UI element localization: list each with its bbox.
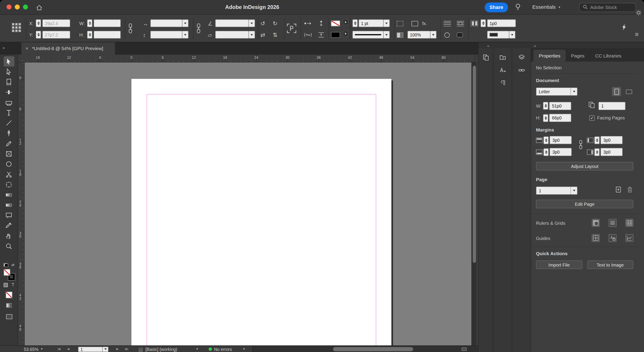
reference-point-grid[interactable] [12,23,21,32]
page-tool[interactable] [4,77,14,87]
scale-y-field[interactable] [150,31,182,39]
shear-dropdown-button[interactable] [249,31,255,39]
pen-tool[interactable] [4,128,14,138]
effects-icon[interactable] [412,19,418,28]
formatting-affects-text-icon[interactable]: T [12,283,14,287]
rotate-ccw-icon[interactable]: ↺ [260,19,265,28]
vertical-ruler[interactable]: 0612182430364248 [18,62,24,346]
margin-inside-field[interactable]: 3p0 [600,136,622,144]
page-number-select[interactable]: 1 [536,186,578,194]
preflight-profile[interactable]: [Basic] (working) [145,346,177,351]
doc-height-stepper[interactable] [543,114,548,122]
smart-guides-icon[interactable] [626,234,633,242]
next-page-button[interactable]: ▶ [116,347,118,351]
add-page-icon[interactable] [615,186,622,195]
shear-angle-field[interactable] [215,31,249,39]
document-grid-icon[interactable] [626,219,633,227]
scale-x-dropdown-button[interactable] [182,19,189,27]
y-stepper[interactable] [36,31,41,39]
doc-height-field[interactable]: 66p0 [549,114,571,122]
gradient-feather-tool[interactable] [4,200,14,210]
delete-page-trash-icon[interactable] [626,186,633,195]
status-page-dropdown-button[interactable] [103,346,108,352]
preflight-menu-icon[interactable] [139,348,143,352]
stroke-style-dropdown-button[interactable] [384,31,390,39]
width-stepper[interactable] [87,19,92,27]
share-button[interactable]: Share [484,2,508,12]
horizontal-scrollbar-thumb[interactable] [333,347,413,351]
orientation-portrait-button[interactable] [612,87,621,96]
text-wrap-shape-icon[interactable] [444,31,450,39]
opacity-dropdown-button[interactable] [430,31,437,39]
line-tool[interactable] [4,118,14,128]
baseline-grid-icon[interactable] [609,219,616,227]
stroke-weight-stepper[interactable] [352,19,358,27]
fill-flyout-button[interactable] [343,19,348,25]
pages-icon[interactable] [480,52,491,62]
object-style-select[interactable] [487,31,509,39]
fill-swatch[interactable] [331,19,340,28]
select-container-button[interactable] [287,24,296,35]
hand-tool[interactable] [4,231,14,241]
rectangle-frame-tool[interactable] [4,149,14,159]
width-field[interactable] [94,19,121,27]
gap-tool[interactable] [4,87,14,97]
status-page-field[interactable]: 1 [78,346,103,352]
distribute-horizontal-icon[interactable] [304,19,312,28]
x-position-field[interactable]: 29p2.4 [42,19,70,27]
margin-top-stepper[interactable] [544,136,549,144]
x-stepper[interactable] [36,19,41,27]
stroke-swatch[interactable] [331,31,340,39]
constrain-proportions-link-icon[interactable] [128,23,133,35]
document-tab[interactable]: × *Untitled-8 @ 54% [GPU Preview] [22,42,115,54]
ellipse-tool[interactable] [4,159,14,169]
workspace-switcher[interactable]: Essentials ▾ [532,4,560,10]
direct-selection-tool[interactable] [4,67,14,77]
panel-menu-icon[interactable]: ≡ [635,31,639,38]
zoom-level-select[interactable]: 53.65% ▾ [24,346,43,351]
vertical-scrollbar[interactable] [472,62,476,346]
default-fill-stroke-icon[interactable] [4,263,8,267]
stroke-flyout-button[interactable] [343,31,348,37]
spacing-vertical-icon[interactable] [317,31,325,39]
adjust-layout-button[interactable]: Adjust Layout [536,162,633,171]
home-icon[interactable] [36,4,43,12]
margins-link-icon[interactable] [578,140,583,151]
gradient-swatch-tool[interactable] [4,190,14,200]
apply-none-button[interactable] [6,292,12,298]
window-zoom-button[interactable] [23,4,28,10]
edit-page-button[interactable]: Edit Page [536,200,633,208]
text-to-image-button[interactable]: Text to Image [587,260,634,269]
text-wrap-around-icon[interactable] [456,19,464,28]
height-stepper[interactable] [87,31,92,39]
y-position-field[interactable]: 27p7.2 [42,31,70,39]
pasteboard[interactable] [24,62,471,346]
content-collector-tool[interactable] [4,97,14,108]
facing-pages-checkbox[interactable]: ✓ [590,115,595,120]
pages-count-field[interactable]: 1 [598,102,626,110]
tools-panel-collapse-icon[interactable]: » [2,45,5,50]
links-icon[interactable] [516,65,527,75]
margin-inside-stepper[interactable] [594,136,600,144]
margin-top-field[interactable]: 3p0 [550,136,572,144]
eyedropper-tool[interactable] [4,220,14,231]
fill-proxy-swatch[interactable] [4,269,10,276]
lightbulb-icon[interactable] [515,3,521,12]
formatting-affects-container-icon[interactable] [4,283,8,287]
libraries-icon[interactable] [497,52,508,62]
rotation-dropdown-button[interactable] [249,19,255,27]
quick-apply-lightning-icon[interactable] [622,24,627,32]
corner-options-icon[interactable] [397,19,403,28]
text-wrap-jump-icon[interactable] [456,31,463,39]
opacity-field[interactable]: 100% [408,31,430,39]
margin-outside-field[interactable]: 3p0 [600,148,622,156]
tab-cc-libraries[interactable]: CC Libraries [590,50,627,62]
stroke-style-select[interactable] [352,31,384,39]
distribute-vertical-icon[interactable] [317,19,325,28]
fx-label[interactable]: fx. [422,19,427,28]
margin-outside-stepper[interactable] [594,148,600,156]
last-page-button[interactable]: ▶| [125,347,128,351]
tab-pages[interactable]: Pages [566,50,590,62]
dock-collapse-icon[interactable]: « [487,44,489,48]
flip-horizontal-icon[interactable]: ⇄ [260,31,265,39]
